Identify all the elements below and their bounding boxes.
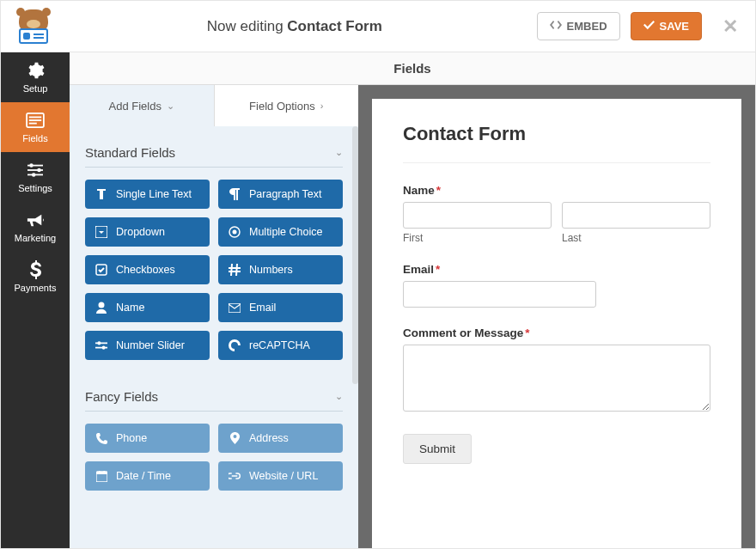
field-paragraph-text[interactable]: Paragraph Text (218, 180, 343, 209)
field-checkboxes[interactable]: Checkboxes (85, 255, 210, 284)
name-label: Name* (403, 184, 710, 197)
message-label: Comment or Message* (403, 326, 710, 339)
checkbox-icon (95, 264, 107, 276)
svg-point-12 (233, 230, 237, 235)
required-mark: * (436, 263, 440, 276)
field-label: Checkboxes (116, 264, 175, 276)
field-multiple-choice[interactable]: Multiple Choice (218, 217, 343, 247)
field-label: Name (116, 302, 144, 314)
field-label: Paragraph Text (249, 188, 322, 200)
sidebar: Setup Fields Settings Marketing Payments (1, 52, 70, 548)
form-icon (26, 111, 45, 130)
field-message-row[interactable]: Comment or Message* (403, 326, 710, 415)
sidebar-item-payments[interactable]: Payments (1, 252, 70, 302)
section-fancy-fields[interactable]: Fancy Fields ⌄ (85, 382, 343, 412)
field-address[interactable]: Address (218, 424, 343, 453)
close-button[interactable]: ✕ (719, 15, 741, 38)
top-bar: Now editing Contact Form EMBED SAVE ✕ (1, 1, 755, 52)
svg-rect-22 (99, 471, 101, 473)
field-date-time[interactable]: Date / Time (85, 461, 210, 491)
field-label: Email (249, 302, 276, 314)
main-area: Setup Fields Settings Marketing Payments… (1, 52, 755, 548)
field-website-url[interactable]: Website / URL (218, 461, 343, 491)
paragraph-icon (229, 188, 241, 200)
field-label: Numbers (249, 264, 293, 276)
save-label: SAVE (660, 20, 689, 33)
svg-rect-3 (29, 123, 37, 125)
tab-label: Add Fields (109, 100, 162, 113)
standard-fields-grid: Single Line Text Paragraph Text Dropdown… (85, 180, 343, 360)
preview-canvas: Contact Form Name* First Last (358, 85, 755, 548)
svg-rect-1 (29, 117, 41, 119)
content-body: Add Fields ⌄ Field Options › Standard Fi… (70, 85, 755, 548)
field-recaptcha[interactable]: reCAPTCHA (218, 331, 343, 360)
field-label: Single Line Text (116, 188, 192, 200)
editing-prefix: Now editing (207, 18, 288, 34)
name-subfields: First Last (403, 202, 710, 244)
hash-icon (229, 264, 241, 276)
email-input[interactable] (403, 281, 596, 308)
field-number-slider[interactable]: Number Slider (85, 331, 210, 360)
gear-icon (26, 61, 45, 80)
panel-scroll[interactable]: Standard Fields ⌄ Single Line Text Parag… (70, 126, 358, 548)
field-label: Multiple Choice (249, 226, 322, 238)
form-preview: Contact Form Name* First Last (372, 99, 741, 548)
sidebar-item-settings[interactable]: Settings (1, 152, 70, 202)
svg-point-9 (32, 173, 36, 177)
scrollbar[interactable] (352, 126, 358, 384)
first-name-input[interactable] (403, 202, 552, 229)
chevron-down-icon: ⌄ (335, 147, 343, 158)
field-email[interactable]: Email (218, 293, 343, 322)
field-name[interactable]: Name (85, 293, 210, 322)
text-icon (95, 188, 107, 200)
sidebar-item-marketing[interactable]: Marketing (1, 202, 70, 252)
sidebar-item-label: Payments (15, 283, 57, 293)
first-sublabel: First (403, 232, 552, 244)
submit-button[interactable]: Submit (403, 434, 472, 464)
sidebar-item-label: Fields (22, 133, 47, 143)
slider-icon (95, 339, 107, 351)
sidebar-item-label: Settings (18, 183, 52, 193)
section-standard-fields[interactable]: Standard Fields ⌄ (85, 138, 343, 168)
check-icon (643, 20, 655, 33)
user-icon (95, 302, 107, 314)
sidebar-item-setup[interactable]: Setup (1, 52, 70, 102)
panel-tabs: Add Fields ⌄ Field Options › (70, 85, 358, 126)
calendar-icon (95, 470, 107, 482)
tab-add-fields[interactable]: Add Fields ⌄ (70, 85, 214, 126)
envelope-icon (229, 302, 241, 314)
last-name-input[interactable] (562, 202, 710, 229)
svg-point-8 (37, 168, 41, 173)
embed-label: EMBED (567, 20, 607, 33)
link-icon (229, 470, 241, 482)
field-name-row[interactable]: Name* First Last (403, 184, 710, 244)
required-mark: * (436, 184, 441, 197)
last-sublabel: Last (562, 232, 710, 244)
tab-field-options[interactable]: Field Options › (214, 85, 359, 126)
svg-point-14 (99, 302, 105, 308)
field-dropdown[interactable]: Dropdown (85, 217, 210, 247)
embed-button[interactable]: EMBED (537, 12, 620, 40)
editing-form-name: Contact Form (287, 18, 382, 34)
bullhorn-icon (26, 210, 45, 229)
field-label: reCAPTCHA (249, 339, 310, 351)
sidebar-item-label: Setup (23, 83, 48, 94)
radio-icon (229, 226, 241, 238)
fields-panel: Add Fields ⌄ Field Options › Standard Fi… (70, 85, 358, 548)
svg-point-18 (97, 341, 101, 345)
field-phone[interactable]: Phone (85, 424, 210, 453)
app-logo (15, 8, 52, 46)
field-numbers[interactable]: Numbers (218, 255, 343, 284)
content-column: Fields Add Fields ⌄ Field Options › (70, 52, 755, 548)
field-label: Date / Time (116, 470, 171, 482)
svg-rect-17 (95, 347, 107, 349)
field-email-row[interactable]: Email* (403, 263, 710, 308)
chevron-right-icon: › (320, 101, 324, 111)
save-button[interactable]: SAVE (631, 12, 702, 40)
sidebar-item-fields[interactable]: Fields (1, 102, 70, 152)
message-textarea[interactable] (403, 345, 710, 412)
section-title: Standard Fields (85, 145, 175, 160)
tab-label: Field Options (249, 100, 315, 113)
content-title: Fields (70, 52, 755, 85)
field-single-line-text[interactable]: Single Line Text (85, 180, 210, 209)
